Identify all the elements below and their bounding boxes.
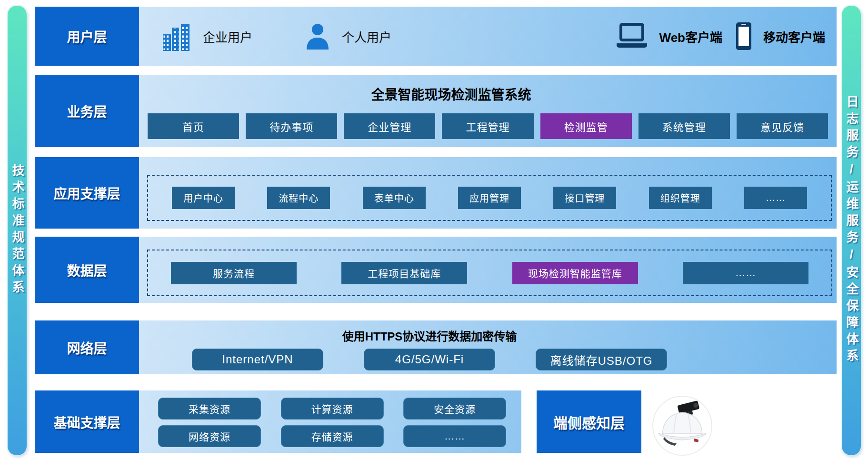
network-button-offline-usb-otg[interactable]: 离线储存USB/OTG [536, 349, 667, 370]
app-button-org-mgmt[interactable]: 组织管理 [649, 187, 712, 209]
mobile-client-label: 移动客户端 [763, 28, 825, 45]
base-button-row-1: 采集资源 计算资源 安全资源 [158, 398, 506, 420]
app-button-more[interactable]: …… [744, 187, 807, 209]
user-layer-row: 用户层 企业用户 个人用户 [35, 7, 837, 66]
data-layer-row: 数据层 服务流程 工程项目基础库 现场检测智能监管库 …… [35, 237, 837, 303]
app-support-group: 用户中心 流程中心 表单中心 应用管理 接口管理 组织管理 …… [147, 175, 832, 221]
right-system-bar-text: 日志服务/运维服务/安全保障体系 [842, 95, 861, 366]
user-layer-label: 用户层 [35, 7, 139, 66]
app-button-user-center[interactable]: 用户中心 [172, 187, 235, 209]
base-layer-row: 基础支撑层 采集资源 计算资源 安全资源 网络资源 存储资源 …… 端侧感知层 [35, 390, 837, 453]
app-support-layer-content: 用户中心 流程中心 表单中心 应用管理 接口管理 组织管理 …… [139, 157, 837, 229]
user-layer-content: 企业用户 个人用户 Web客户端 移 [139, 7, 837, 66]
business-layer-content: 全景智能现场检测监管系统 首页 待办事项 企业管理 工程管理 检测监管 系统管理… [139, 75, 837, 147]
data-button-project-base-db[interactable]: 工程项目基础库 [341, 262, 467, 284]
phone-icon [735, 21, 753, 51]
web-client-label: Web客户端 [659, 28, 722, 45]
enterprise-user-label: 企业用户 [203, 28, 252, 45]
business-button-todo[interactable]: 待办事项 [246, 113, 337, 139]
business-button-project-mgmt[interactable]: 工程管理 [442, 113, 533, 139]
base-layer-content: 采集资源 计算资源 安全资源 网络资源 存储资源 …… [139, 390, 521, 453]
business-button-enterprise-mgmt[interactable]: 企业管理 [344, 113, 435, 139]
app-support-layer-label: 应用支撑层 [35, 157, 139, 229]
data-group: 服务流程 工程项目基础库 现场检测智能监管库 …… [147, 250, 832, 296]
business-button-inspection-supervision[interactable]: 检测监管 [540, 113, 632, 139]
data-button-service-process[interactable]: 服务流程 [171, 262, 297, 284]
base-button-collection-resource[interactable]: 采集资源 [158, 398, 261, 420]
base-layer-label: 基础支撑层 [35, 390, 139, 453]
business-button-row: 首页 待办事项 企业管理 工程管理 检测监管 系统管理 意见反馈 [139, 113, 837, 139]
app-button-process-center[interactable]: 流程中心 [267, 187, 330, 209]
buildings-icon [162, 21, 191, 51]
business-layer-row: 业务层 全景智能现场检测监管系统 首页 待办事项 企业管理 工程管理 检测监管 … [35, 75, 837, 147]
base-button-computing-resource[interactable]: 计算资源 [281, 398, 384, 420]
network-button-row: Internet/VPN 4G/5G/Wi-Fi 离线储存USB/OTG [192, 349, 667, 370]
business-button-system-mgmt[interactable]: 系统管理 [639, 113, 730, 139]
data-button-more[interactable]: …… [683, 262, 808, 284]
helmet-with-camera-image [652, 395, 713, 456]
network-button-4g5g-wifi[interactable]: 4G/5G/Wi-Fi [364, 349, 495, 370]
data-button-inspection-supervision-db[interactable]: 现场检测智能监管库 [512, 262, 638, 284]
app-support-layer-row: 应用支撑层 用户中心 流程中心 表单中心 应用管理 接口管理 组织管理 …… [35, 157, 837, 229]
data-layer-content: 服务流程 工程项目基础库 现场检测智能监管库 …… [139, 237, 837, 303]
edge-perception-layer-label: 端侧感知层 [537, 390, 641, 453]
person-icon [305, 23, 330, 50]
right-system-bar: 日志服务/运维服务/安全保障体系 [842, 6, 861, 455]
base-button-row-2: 网络资源 存储资源 …… [158, 425, 506, 447]
left-system-bar: 技术标准规范体系 [8, 6, 27, 455]
business-layer-label: 业务层 [35, 75, 139, 147]
base-button-network-resource[interactable]: 网络资源 [158, 425, 261, 447]
data-layer-label: 数据层 [35, 237, 139, 303]
https-note: 使用HTTPS协议进行数据加密传输 [192, 327, 667, 344]
left-system-bar-text: 技术标准规范体系 [8, 164, 27, 297]
base-button-security-resource[interactable]: 安全资源 [403, 398, 506, 420]
base-button-more[interactable]: …… [403, 425, 506, 447]
network-layer-content: 使用HTTPS协议进行数据加密传输 Internet/VPN 4G/5G/Wi-… [139, 320, 837, 374]
network-group: 使用HTTPS协议进行数据加密传输 Internet/VPN 4G/5G/Wi-… [192, 320, 667, 370]
laptop-icon [615, 22, 649, 50]
system-title: 全景智能现场检测监管系统 [139, 84, 763, 103]
business-button-home[interactable]: 首页 [148, 113, 239, 139]
app-button-app-mgmt[interactable]: 应用管理 [458, 187, 521, 209]
base-button-storage-resource[interactable]: 存储资源 [281, 425, 384, 447]
personal-user-label: 个人用户 [342, 28, 391, 45]
business-button-feedback[interactable]: 意见反馈 [737, 113, 828, 139]
app-button-form-center[interactable]: 表单中心 [363, 187, 426, 209]
app-button-interface-mgmt[interactable]: 接口管理 [553, 187, 616, 209]
client-group: Web客户端 移动客户端 [615, 21, 837, 51]
network-layer-row: 网络层 使用HTTPS协议进行数据加密传输 Internet/VPN 4G/5G… [35, 320, 837, 374]
network-button-internet-vpn[interactable]: Internet/VPN [192, 349, 323, 370]
network-layer-label: 网络层 [35, 320, 139, 374]
